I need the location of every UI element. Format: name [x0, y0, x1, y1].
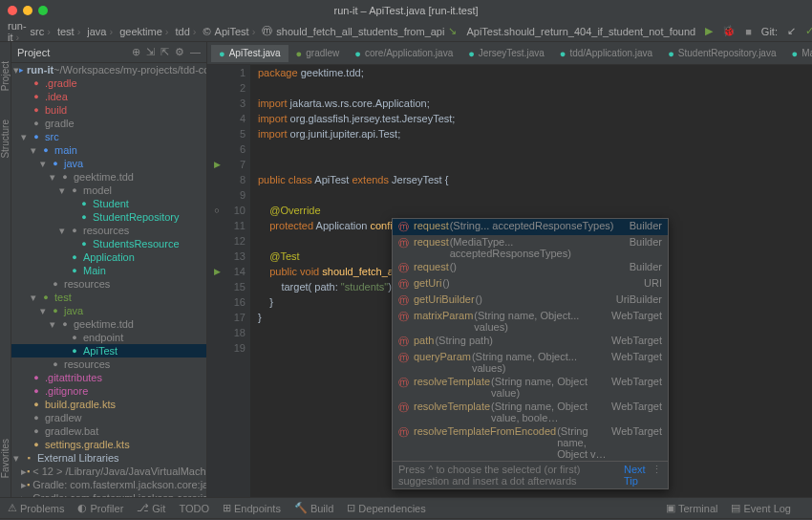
tree-item[interactable]: ●gradlew — [11, 411, 206, 424]
tree-item[interactable]: ●Application — [11, 250, 206, 264]
completion-item[interactable]: ⓜqueryParam(String name, Object... value… — [393, 350, 668, 375]
breadcrumb-part[interactable]: run-it — [8, 20, 27, 43]
stop-button[interactable]: ■ — [745, 26, 752, 37]
tree-item[interactable]: ●settings.gradle.kts — [11, 438, 206, 451]
git-update-icon[interactable]: ↙ — [787, 25, 796, 37]
file-icon: ● — [296, 48, 303, 59]
completion-item[interactable]: ⓜrequest(MediaType... acceptedResponseTy… — [393, 235, 668, 260]
tree-item[interactable]: ▸▪Gradle: com.fasterxml.jackson.core:jac… — [11, 478, 206, 491]
project-title[interactable]: Project — [17, 47, 50, 58]
editor-tab[interactable]: ●JerseyTest.java — [460, 45, 552, 62]
breadcrumb-part[interactable]: tdd — [175, 26, 199, 37]
tree-item[interactable]: ●gradlew.bat — [11, 424, 206, 438]
breadcrumb-part[interactable]: ApiTest — [215, 26, 259, 37]
endpoints-icon: ⊞ — [223, 502, 231, 514]
file-icon: ● — [354, 48, 361, 59]
tool-endpoints[interactable]: ⊞Endpoints — [223, 502, 281, 514]
tree-item[interactable]: ▾●src — [11, 130, 206, 143]
close-icon[interactable] — [8, 6, 17, 15]
tree-item[interactable]: ●ApiTest — [11, 344, 206, 358]
hide-icon[interactable]: — — [190, 46, 201, 58]
completion-item[interactable]: ⓜrequest(String... acceptedResponseTypes… — [393, 219, 668, 235]
tree-item[interactable]: ●.gitignore — [11, 384, 206, 398]
tree-item[interactable]: ●gradle — [11, 117, 206, 130]
method-icon: ⓜ — [398, 277, 409, 292]
popup-menu-icon[interactable]: ⋮ — [652, 464, 662, 487]
tool-favorites[interactable]: Favorites — [0, 439, 11, 478]
collapse-icon[interactable]: ⇲ — [146, 46, 155, 58]
tool-structure[interactable]: Structure — [0, 119, 11, 159]
editor-tab[interactable]: ●Main.java — [783, 45, 812, 62]
editor-tab[interactable]: ●ApiTest.java — [211, 45, 288, 62]
tree-item[interactable]: ▾●resources — [11, 224, 206, 237]
tree-item[interactable]: ●.idea — [11, 90, 206, 103]
breadcrumb-part[interactable]: java — [87, 26, 116, 37]
completion-item[interactable]: ⓜmatrixParam(String name, Object... valu… — [393, 309, 668, 334]
tree-item[interactable]: ●.gradle — [11, 76, 206, 90]
override-icon[interactable]: ○ — [207, 203, 226, 218]
debug-button[interactable]: 🐞 — [722, 25, 736, 37]
completion-item[interactable]: ⓜresolveTemplateFromEncoded(String name,… — [393, 424, 668, 461]
breadcrumb-part[interactable]: should_fetch_all_students_from_api — [276, 26, 444, 37]
tree-item[interactable]: ●endpoint — [11, 331, 206, 344]
completion-item[interactable]: ⓜpath(String path)WebTarget — [393, 334, 668, 350]
completion-popup[interactable]: ⓜrequest(String... acceptedResponseTypes… — [392, 218, 669, 489]
completion-item[interactable]: ⓜrequest()Builder — [393, 260, 668, 276]
tool-build[interactable]: 🔨Build — [294, 502, 333, 514]
tree-item[interactable]: ▸▪< 12 > /Library/Java/JavaVirtualMachin… — [11, 465, 206, 478]
run-button[interactable]: ▶ — [705, 25, 713, 37]
tool-dependencies[interactable]: ⊡Dependencies — [347, 502, 425, 514]
project-tree[interactable]: ▾▸run-it ~/Workspaces/my-projects/tdd-co… — [11, 63, 206, 497]
tree-item[interactable]: ▾●model — [11, 184, 206, 197]
log-icon: ▤ — [731, 502, 740, 514]
tree-item[interactable]: ●Main — [11, 264, 206, 277]
event-log[interactable]: ▤Event Log — [731, 502, 791, 514]
run-config[interactable]: ApiTest.should_return_404_if_student_not… — [466, 26, 695, 37]
breadcrumb-part[interactable]: src — [31, 26, 53, 37]
tool-problems[interactable]: ⚠Problems — [8, 502, 64, 514]
completion-item[interactable]: ⓜresolveTemplate(String name, Object val… — [393, 375, 668, 400]
tool-terminal[interactable]: ▣Terminal — [666, 502, 718, 514]
zoom-icon[interactable] — [38, 6, 48, 15]
method-icon: ⓜ — [398, 335, 409, 349]
tree-item[interactable]: ▾●test — [11, 291, 206, 304]
completion-item[interactable]: ⓜresolveTemplate(String name, Object val… — [393, 400, 668, 424]
tree-item[interactable]: ▸▪Gradle: com.fasterxml.jackson.core:jac… — [11, 491, 206, 497]
tree-item[interactable]: ●Student — [11, 197, 206, 210]
tree-item[interactable]: ▾●geektime.tdd — [11, 317, 206, 331]
run-gutter-icon[interactable]: ▶ — [207, 157, 226, 172]
tool-profiler[interactable]: ◐Profiler — [77, 502, 123, 514]
editor-tab[interactable]: ●core/Application.java — [347, 45, 460, 62]
target-icon[interactable]: ⊕ — [132, 46, 140, 58]
gear-icon[interactable]: ⚙ — [175, 46, 184, 58]
tree-item[interactable]: ●build — [11, 103, 206, 117]
expand-icon[interactable]: ⇱ — [160, 46, 169, 58]
tree-item[interactable]: ▾●geektime.tdd — [11, 170, 206, 184]
run-gutter-icon[interactable]: ▶ — [207, 264, 226, 279]
dependencies-icon: ⊡ — [347, 502, 355, 514]
tree-item[interactable]: ▾●main — [11, 143, 206, 157]
tree-item[interactable]: ●.gitattributes — [11, 371, 206, 384]
popup-next-tip[interactable]: Next Tip — [624, 464, 648, 487]
editor-tab[interactable]: ●StudentRepository.java — [660, 45, 783, 62]
tree-item[interactable]: ●StudentsResource — [11, 237, 206, 250]
completion-item[interactable]: ⓜgetUriBuilder()UriBuilder — [393, 292, 668, 309]
completion-item[interactable]: ⓜgetUri()URI — [393, 276, 668, 292]
breadcrumb-part[interactable]: geektime — [119, 26, 171, 37]
tool-git[interactable]: ⎇Git — [137, 502, 165, 514]
tree-item[interactable]: ▾●java — [11, 157, 206, 170]
minimize-icon[interactable] — [23, 6, 32, 15]
editor-tab[interactable]: ●tdd/Application.java — [552, 45, 660, 62]
method-icon: ⓜ — [398, 261, 409, 275]
tree-item[interactable]: ●resources — [11, 358, 206, 371]
tree-item[interactable]: ●StudentRepository — [11, 210, 206, 224]
breadcrumb-part[interactable]: test — [57, 26, 83, 37]
file-icon: ● — [219, 48, 225, 59]
git-commit-icon[interactable]: ✓ — [805, 25, 812, 37]
tree-item[interactable]: ●resources — [11, 277, 206, 291]
tool-project[interactable]: Project — [0, 61, 11, 91]
tree-item[interactable]: ●build.gradle.kts — [11, 398, 206, 411]
editor-tab[interactable]: ●gradlew — [288, 45, 348, 62]
tree-item[interactable]: ▾●java — [11, 304, 206, 317]
tool-todo[interactable]: TODO — [179, 503, 209, 514]
